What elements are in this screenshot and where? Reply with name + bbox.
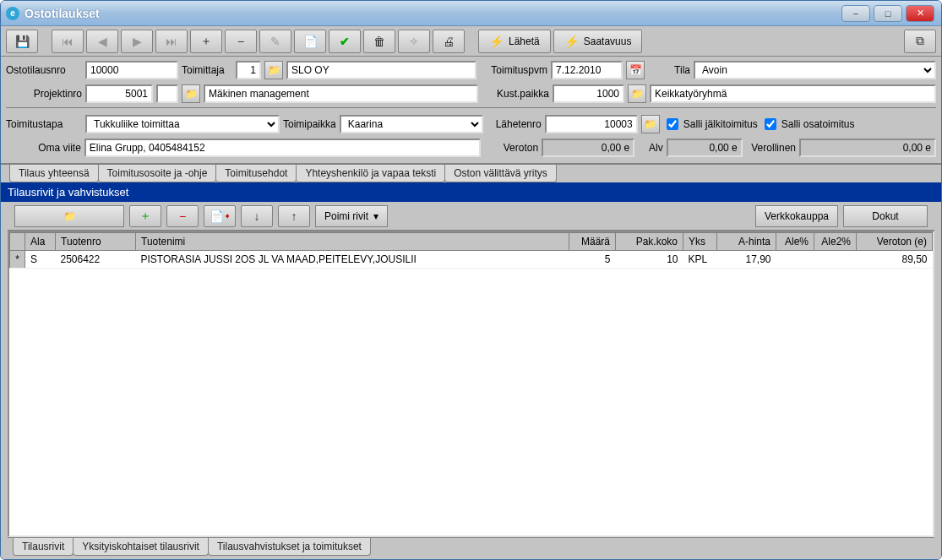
toimittaja-num-input[interactable] <box>236 61 261 79</box>
ostotilausnro-input[interactable] <box>85 61 178 79</box>
tila-select[interactable]: Avoin <box>694 61 936 79</box>
last-record-icon[interactable]: ⏭ <box>155 30 188 53</box>
first-record-icon[interactable]: ⏮ <box>52 30 84 53</box>
cell-ale2[interactable] <box>814 251 857 269</box>
cascade-icon[interactable]: ⧉ <box>904 30 936 53</box>
salli-jalkitoimitus-input[interactable] <box>667 118 678 130</box>
col-yks[interactable]: Yks <box>683 233 717 251</box>
omaviite-input[interactable] <box>84 139 481 157</box>
kustpaikka-lookup-button[interactable]: 📁 <box>628 84 646 103</box>
maximize-button[interactable]: □ <box>874 5 902 22</box>
grid-add-button[interactable]: ＋ <box>129 205 161 227</box>
col-tuotenimi[interactable]: Tuotenimi <box>136 233 569 251</box>
salli-jalkitoimitus-checkbox[interactable]: Salli jälkitoimitus <box>663 116 758 133</box>
cell-ahinta[interactable]: 17,90 <box>717 251 776 269</box>
tab-oston-valittava[interactable]: Oston välittävä yritys <box>444 165 557 182</box>
projekti-name-input[interactable] <box>204 84 478 103</box>
projektinro-input[interactable] <box>85 84 153 103</box>
tab-yhteyshenkilo[interactable]: Yhteyshenkilö ja vapaa teksti <box>296 165 445 182</box>
projektinro-label: Projektinro <box>6 88 82 100</box>
save-icon[interactable]: 💾 <box>6 30 38 53</box>
poimi-button[interactable]: Poimi rivit ▾ <box>315 205 388 227</box>
col-maara[interactable]: Määrä <box>569 233 616 251</box>
cell-pakkoko[interactable]: 10 <box>616 251 683 269</box>
availability-button[interactable]: ⚡ Saatavuus <box>553 30 643 53</box>
apply-icon[interactable]: ✔ <box>329 30 361 53</box>
toimittaja-name-input[interactable] <box>286 61 476 79</box>
toimittaja-lookup-button[interactable]: 📁 <box>264 61 283 79</box>
col-ale2[interactable]: Ale2% <box>814 233 857 251</box>
salli-osatoimitus-input[interactable] <box>765 118 776 130</box>
close-button[interactable]: ✕ <box>906 5 934 22</box>
cell-veroton[interactable]: 89,50 <box>857 251 933 269</box>
salli-osatoimitus-checkbox[interactable]: Salli osatoimitus <box>761 116 855 133</box>
grid-folder-button[interactable]: 📁 <box>14 205 124 227</box>
titlebar: e Ostotilaukset − □ ✕ <box>1 1 941 26</box>
toimituspvm-input[interactable] <box>551 61 623 79</box>
toimipaikka-select[interactable]: Kaarina <box>340 115 483 133</box>
app-icon: e <box>6 7 19 20</box>
main-toolbar: 💾 ⏮ ◀ ▶ ⏭ ＋ − ✎ 📄 ✔ 🗑 ✧ 🖨 ⚡ Lähetä ⚡ Saa… <box>1 26 941 57</box>
tab-toimitusosoite[interactable]: Toimitusosoite ja -ohje <box>98 165 217 182</box>
grid-move-up-button[interactable]: ↑ <box>278 205 310 227</box>
omaviite-label: Oma viite <box>6 142 81 154</box>
tab-tilaus-yhteensa[interactable]: Tilaus yhteensä <box>9 165 99 182</box>
data-grid[interactable]: Ala Tuotenro Tuotenimi Määrä Pak.koko Yk… <box>8 231 934 537</box>
kustpaikka-input[interactable] <box>553 84 624 103</box>
send-button[interactable]: ⚡ Lähetä <box>478 30 551 53</box>
col-ahinta[interactable]: A-hinta <box>717 233 776 251</box>
col-veroton[interactable]: Veroton (e) <box>857 233 933 251</box>
tab-tilausrivit[interactable]: Tilausrivit <box>13 538 74 556</box>
print-icon[interactable]: 🖨 <box>433 30 465 53</box>
lahetenro-lookup-button[interactable]: 📁 <box>641 115 660 133</box>
projektinro-sub-input[interactable] <box>156 84 178 103</box>
toimittaja-label: Toimittaja <box>182 64 232 76</box>
remove-record-icon[interactable]: − <box>225 30 257 53</box>
upper-tabs: Tilaus yhteensä Toimitusosoite ja -ohje … <box>1 164 941 182</box>
tab-tilausvahvistukset[interactable]: Tilausvahvistukset ja toimitukset <box>208 538 371 556</box>
bolt-icon: ⚡ <box>564 35 579 48</box>
tab-yksityiskohtaiset[interactable]: Yksityiskohtaiset tilausrivit <box>73 538 209 556</box>
dokut-button[interactable]: Dokut <box>843 205 928 227</box>
delete-icon[interactable]: 🗑 <box>363 30 395 53</box>
toimitustapa-select[interactable]: Tukkuliike toimittaa <box>85 115 280 133</box>
grid-remove-button[interactable]: − <box>166 205 199 227</box>
kustpaikka-name-input[interactable] <box>650 84 936 103</box>
wand-icon[interactable]: ✧ <box>398 30 430 53</box>
kustpaikka-label: Kust.paikka <box>482 88 549 100</box>
copy-icon[interactable]: 📄 <box>294 30 326 53</box>
prev-record-icon[interactable]: ◀ <box>86 30 118 53</box>
availability-label: Saatavuus <box>584 35 632 47</box>
col-pakkoko[interactable]: Pak.koko <box>616 233 683 251</box>
alv-value <box>667 139 743 157</box>
cell-maara[interactable]: 5 <box>569 251 616 269</box>
add-record-icon[interactable]: ＋ <box>190 30 222 53</box>
cell-tuotenro[interactable]: 2506422 <box>56 251 136 269</box>
next-record-icon[interactable]: ▶ <box>121 30 153 53</box>
salli-osa-label: Salli osatoimitus <box>781 118 855 130</box>
grid-move-down-button[interactable]: ↓ <box>241 205 273 227</box>
calendar-button[interactable]: 📅 <box>626 61 645 79</box>
tab-toimitusehdot[interactable]: Toimitusehdot <box>215 165 297 182</box>
cell-yks[interactable]: KPL <box>683 251 717 269</box>
table-row[interactable]: * S 2506422 PISTORASIA JUSSI 2OS JL VA M… <box>10 251 933 269</box>
projekti-lookup-button[interactable]: 📁 <box>182 84 200 103</box>
cell-ala[interactable]: S <box>25 251 56 269</box>
cell-ale[interactable] <box>776 251 814 269</box>
bolt-icon: ⚡ <box>489 35 504 48</box>
toimitustapa-label: Toimitustapa <box>6 118 82 130</box>
col-ale[interactable]: Ale% <box>776 233 814 251</box>
lahetenro-label: Lähetenro <box>487 118 542 130</box>
grid-toolbar: 📁 ＋ − 📄➧ ↓ ↑ Poimi rivit ▾ Verkkokauppa … <box>8 202 934 231</box>
poimi-label: Poimi rivit <box>324 210 368 222</box>
col-ala[interactable]: Ala <box>25 233 56 251</box>
lahetenro-input[interactable] <box>545 115 638 133</box>
ostotilausnro-label: Ostotilausnro <box>6 64 82 76</box>
edit-icon[interactable]: ✎ <box>259 30 291 53</box>
verkkokauppa-button[interactable]: Verkkokauppa <box>755 205 838 227</box>
tila-label: Tila <box>648 64 690 76</box>
col-tuotenro[interactable]: Tuotenro <box>56 233 136 251</box>
grid-export-button[interactable]: 📄➧ <box>204 205 236 227</box>
cell-tuotenimi[interactable]: PISTORASIA JUSSI 2OS JL VA MAAD,PEITELEV… <box>136 251 569 269</box>
minimize-button[interactable]: − <box>841 5 870 22</box>
